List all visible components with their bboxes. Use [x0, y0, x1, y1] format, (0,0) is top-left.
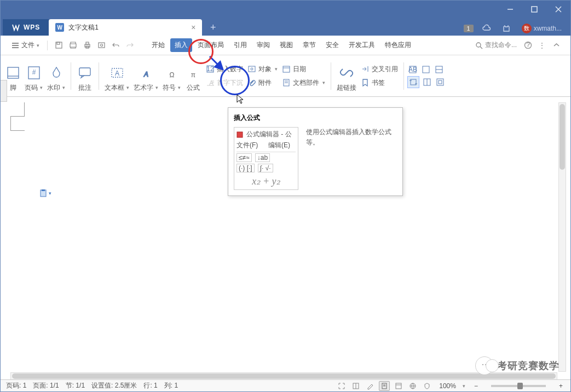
protect-icon[interactable] — [422, 381, 432, 391]
command-search[interactable]: 查找命令... — [472, 38, 520, 52]
tab-page-layout[interactable]: 页面布局 — [193, 38, 228, 52]
page-view-icon[interactable] — [379, 381, 390, 391]
zoom-slider[interactable] — [491, 385, 546, 387]
cloud-icon[interactable] — [480, 22, 493, 35]
status-col[interactable]: 列: 1 — [164, 381, 178, 390]
scrollbar-thumb[interactable] — [12, 373, 556, 379]
svg-rect-34 — [249, 66, 255, 72]
status-row[interactable]: 行: 1 — [143, 381, 157, 390]
status-page-num[interactable]: 页码: 1 — [6, 381, 26, 390]
print-icon[interactable] — [80, 37, 94, 54]
skin-icon[interactable] — [500, 22, 513, 35]
wordart-button[interactable]: A 艺术字 — [131, 59, 160, 94]
vertical-scrollbar[interactable] — [558, 102, 566, 372]
crop-icon[interactable] — [407, 76, 419, 88]
tab-start[interactable]: 开始 — [147, 38, 169, 52]
zoom-value[interactable]: 100% — [439, 382, 456, 390]
bookmark-button[interactable]: 书签 — [359, 77, 400, 89]
undo-icon[interactable] — [109, 37, 122, 54]
zoom-out-button[interactable]: − — [472, 382, 480, 390]
layout-icon-3[interactable] — [422, 76, 432, 88]
tooltip-title: 插入公式 — [234, 113, 397, 123]
svg-point-14 — [476, 43, 481, 47]
tab-review[interactable]: 审阅 — [252, 38, 274, 52]
svg-text:A: A — [114, 70, 119, 77]
formula-tooltip: 插入公式 公式编辑器 - 公 文件(F) 编辑(E) ≤≠≈↓ab (·) [·… — [228, 107, 403, 196]
zoom-slider-knob[interactable] — [517, 383, 523, 389]
page-margin-corner-tr — [10, 117, 25, 131]
close-tab-icon[interactable]: × — [191, 23, 195, 32]
close-button[interactable] — [546, 1, 570, 18]
help-icon[interactable]: ? — [521, 37, 534, 54]
redo-icon[interactable] — [123, 37, 136, 54]
select-pane-icon[interactable]: AB — [407, 64, 418, 75]
outline-view-icon[interactable] — [393, 381, 404, 391]
drop-cap-button[interactable]: A首字下沉 — [204, 77, 245, 89]
side-panel-toggle[interactable] — [1, 80, 7, 102]
document-tab[interactable]: W 文字文稿1 × — [49, 19, 202, 36]
tab-security[interactable]: 安全 — [321, 38, 343, 52]
user-avatar[interactable]: 数xwmath... — [520, 21, 564, 36]
svg-text:π: π — [191, 71, 195, 79]
collapse-ribbon-icon[interactable] — [550, 37, 563, 54]
avatar-icon: 数 — [522, 24, 532, 33]
svg-text:AB: AB — [408, 66, 417, 73]
minimize-button[interactable] — [498, 1, 522, 18]
fullscreen-icon[interactable] — [336, 381, 347, 391]
textbox-button[interactable]: A 文本框 — [102, 59, 131, 94]
status-setting[interactable]: 设置值: 2.5厘米 — [91, 381, 137, 390]
page-badge[interactable]: 1 — [464, 25, 474, 32]
layout-icon-1[interactable] — [420, 64, 431, 75]
window-titlebar — [1, 1, 570, 18]
edit-view-icon[interactable] — [365, 381, 376, 391]
insert-number-button[interactable]: 12插入数字 — [204, 64, 245, 75]
svg-rect-54 — [42, 189, 45, 191]
preview-icon[interactable] — [95, 37, 108, 54]
cross-ref-button[interactable]: 交叉引用 — [359, 64, 400, 75]
object-button[interactable]: 对象 — [245, 64, 280, 75]
tab-developer[interactable]: 开发工具 — [344, 38, 379, 52]
status-section[interactable]: 节: 1/1 — [66, 381, 85, 390]
maximize-button[interactable] — [522, 1, 546, 18]
page-number-button[interactable]: # 页码 — [22, 59, 45, 94]
tab-references[interactable]: 引用 — [229, 38, 251, 52]
zoom-in-button[interactable]: + — [557, 382, 565, 390]
watermark-button[interactable]: 水印 — [45, 59, 67, 94]
print-preview-icon[interactable] — [66, 37, 79, 54]
svg-rect-52 — [439, 80, 442, 84]
add-tab-button[interactable]: + — [204, 19, 222, 36]
scrollbar-thumb[interactable] — [560, 104, 565, 170]
tab-view[interactable]: 视图 — [275, 38, 297, 52]
layout-icon-4[interactable] — [435, 76, 446, 88]
svg-text:A: A — [209, 79, 214, 87]
symbol-button[interactable]: Ω 符号 — [160, 59, 183, 94]
doc-parts-button[interactable]: 文档部件 — [280, 77, 327, 89]
save-icon[interactable] — [52, 37, 65, 54]
tab-section[interactable]: 章节 — [298, 38, 320, 52]
svg-text:Ω: Ω — [169, 71, 174, 79]
tab-insert[interactable]: 插入 — [170, 38, 192, 52]
svg-rect-55 — [237, 132, 243, 137]
svg-point-67 — [485, 364, 486, 365]
status-page[interactable]: 页面: 1/1 — [33, 381, 59, 390]
attachment-button[interactable]: 附件 — [245, 77, 280, 89]
document-tabbar: WPS W 文字文稿1 × + 1 数xwmath... — [1, 18, 570, 36]
svg-rect-8 — [57, 42, 60, 44]
more-icon[interactable]: ⋮ — [535, 37, 549, 54]
comment-button[interactable]: 批注 — [74, 59, 95, 94]
wps-home-tab[interactable]: WPS — [3, 19, 49, 36]
reading-view-icon[interactable] — [350, 381, 361, 391]
svg-rect-62 — [396, 383, 401, 389]
web-view-icon[interactable] — [407, 381, 418, 391]
paste-options-icon[interactable]: ▾ — [39, 189, 51, 198]
hyperlink-button[interactable]: 超链接 — [334, 59, 359, 94]
tab-special[interactable]: 特色应用 — [380, 38, 416, 52]
formula-button[interactable]: π 公式 — [183, 59, 204, 94]
layout-icon-2[interactable] — [434, 64, 445, 75]
mouse-cursor-icon — [236, 94, 245, 105]
wps-label: WPS — [24, 24, 40, 31]
date-button[interactable]: 日期 — [280, 64, 327, 75]
svg-point-13 — [100, 44, 102, 47]
hamburger-icon — [11, 42, 19, 49]
file-menu[interactable]: 文件 ▾ — [8, 38, 43, 52]
